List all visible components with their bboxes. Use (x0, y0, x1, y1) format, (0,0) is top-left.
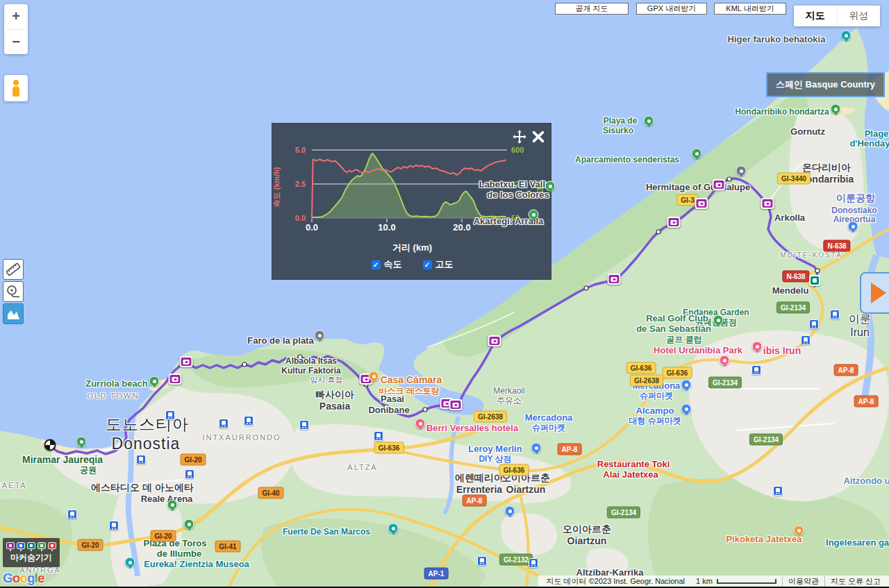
close-chart-icon[interactable] (531, 129, 546, 144)
teal-poi-pin[interactable] (125, 557, 135, 568)
blue-poi-pin[interactable] (681, 380, 692, 390)
transit-station-icon[interactable] (185, 469, 194, 479)
tape-measure-tool-button[interactable] (3, 281, 24, 302)
transit-station-icon[interactable] (109, 521, 119, 530)
route-waypoint-dot (656, 230, 660, 234)
green-poi-pin[interactable] (545, 181, 556, 192)
google-logo-letter: g (27, 571, 35, 585)
legend-toggle-고도[interactable]: ✓고도 (423, 258, 454, 271)
green-poi-pin[interactable] (167, 500, 178, 510)
kml-download-button[interactable]: KML 내려받기 (714, 3, 786, 15)
transit-station-icon[interactable] (751, 365, 761, 375)
transit-station-icon[interactable] (136, 455, 146, 464)
mini-marker-icon (17, 542, 25, 549)
blue-poi-pin[interactable] (681, 404, 692, 414)
pegman-button[interactable] (4, 75, 28, 101)
camera-marker[interactable] (180, 356, 193, 367)
speed-axis-label: 속도 (km/h) (272, 167, 282, 207)
transit-station-icon[interactable] (830, 310, 840, 319)
area-chart-icon (6, 306, 21, 321)
route-waypoint-dot (384, 405, 388, 409)
zoom-out-button[interactable]: − (4, 30, 28, 55)
green-poi-pin[interactable] (692, 149, 702, 159)
map-app: 5.02.50.0600325500.010.020.0 속도 (km/h) 고… (0, 0, 889, 588)
blue-poi-pin[interactable] (531, 443, 542, 453)
public-map-button[interactable]: 공개 지도 (555, 3, 629, 15)
transit-station-icon[interactable] (219, 419, 229, 428)
attribution-bar: 지도 데이터 ©2023 Inst. Geogr. Nacional 1 km … (538, 576, 889, 587)
transit-station-icon[interactable] (165, 410, 175, 420)
green-poi-pin[interactable] (76, 437, 87, 447)
blue-poi-pin[interactable] (505, 506, 515, 516)
transit-station-icon[interactable] (374, 431, 383, 441)
transit-station-icon[interactable] (299, 420, 309, 430)
elevation-axis-label: 고도 (535, 180, 545, 195)
mini-marker-icon (27, 542, 35, 549)
camera-marker[interactable] (713, 179, 726, 190)
legend-toggle-속도[interactable]: ✓속도 (372, 258, 402, 271)
gray-poi-pin[interactable] (736, 166, 747, 176)
transit-station-icon[interactable] (529, 558, 538, 568)
elevation-chart-tool-button[interactable] (3, 303, 24, 324)
terms-link[interactable]: 이용약관 (782, 576, 824, 587)
orange-poi-pin[interactable] (369, 371, 379, 382)
orange-poi-pin[interactable] (794, 526, 804, 536)
zoom-in-button[interactable]: + (4, 4, 28, 29)
green-poi-pin[interactable] (184, 519, 194, 530)
pink-poi-pin[interactable] (415, 419, 426, 429)
map-type-map-tab[interactable]: 지도 (794, 6, 837, 26)
report-map-error-link[interactable]: 지도 오류 신고 (824, 576, 886, 587)
google-logo-letter: e (38, 571, 44, 585)
pink-poi-pin[interactable] (720, 355, 730, 366)
legend-checkbox[interactable]: ✓ (423, 260, 432, 269)
camera-marker[interactable] (449, 399, 463, 410)
transit-station-icon[interactable] (67, 510, 77, 519)
green-poi-pin[interactable] (713, 315, 724, 326)
hide-markers-button[interactable]: 마커숨기기 (3, 538, 60, 567)
map-canvas[interactable] (0, 0, 889, 587)
scale-control: 1 km (690, 577, 782, 585)
map-type-control: 지도 위성 (794, 6, 880, 26)
region-label-chip: 스페인 Basque Country (766, 72, 885, 97)
transit-station-icon[interactable] (244, 416, 254, 426)
camera-marker[interactable] (608, 274, 621, 285)
transit-station-icon[interactable] (477, 556, 487, 566)
camera-marker[interactable] (488, 335, 501, 346)
map-data-attribution: 지도 데이터 ©2023 Inst. Geogr. Nacional (541, 576, 690, 587)
gray-poi-pin[interactable] (315, 330, 325, 341)
mini-marker-icon (48, 542, 56, 549)
google-logo-letter: G (3, 571, 13, 585)
chart-tick-label: 20.0 (453, 222, 470, 233)
legend-checkbox[interactable]: ✓ (372, 260, 381, 269)
camera-marker[interactable] (667, 217, 681, 228)
google-logo[interactable]: Google (3, 571, 44, 586)
green-poi-pin[interactable] (831, 104, 841, 115)
transit-station-icon[interactable] (773, 486, 783, 496)
side-panel-toggle-button[interactable] (860, 272, 889, 314)
green-poi-pin[interactable] (644, 116, 654, 126)
scale-bar (717, 579, 776, 584)
chart-tick-label: 0.0 (306, 222, 318, 233)
google-logo-letter: o (13, 571, 20, 585)
blue-poi-pin[interactable] (848, 221, 858, 232)
pink-poi-pin[interactable] (752, 342, 763, 352)
ruler-tool-button[interactable] (3, 259, 24, 280)
map-type-satellite-tab[interactable]: 위성 (837, 6, 881, 26)
camera-marker[interactable] (169, 373, 182, 385)
transit-station-icon[interactable] (809, 319, 819, 329)
route-waypoint-dot (815, 269, 820, 273)
camera-marker[interactable] (695, 198, 708, 209)
zoom-control: + − (4, 4, 28, 54)
route-end-marker[interactable] (809, 275, 820, 286)
green-poi-pin[interactable] (529, 210, 539, 220)
transit-station-icon[interactable] (801, 335, 811, 345)
move-chart-icon[interactable] (512, 129, 527, 144)
camera-marker[interactable] (761, 198, 774, 209)
route-start-marker[interactable] (44, 439, 56, 451)
route-waypoint-dot (727, 177, 731, 181)
gpx-download-button[interactable]: GPX 내려받기 (636, 3, 707, 15)
teal-poi-pin[interactable] (388, 523, 399, 534)
teal-poi-pin[interactable] (841, 31, 851, 41)
mini-marker-icon (38, 542, 46, 549)
green-poi-pin[interactable] (149, 376, 160, 387)
